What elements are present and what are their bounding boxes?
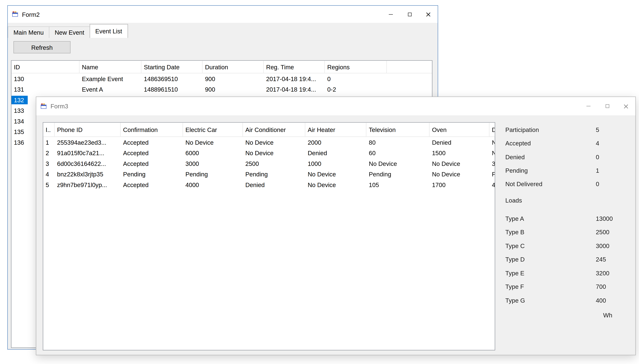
cell-index: 2 — [43, 148, 54, 158]
cell-air-conditioner: Pending — [243, 169, 305, 179]
column-header-filler — [387, 61, 432, 73]
cell-starting-date: 1486369510 — [142, 73, 202, 84]
load-value: 3200 — [596, 270, 610, 277]
selected-row-highlight: 132 — [12, 96, 28, 104]
form2-titlebar[interactable]: Form2 × — [8, 6, 438, 23]
column-header-regions[interactable]: Regions — [325, 61, 387, 73]
load-label: Type E — [505, 270, 524, 277]
stat-value: 0 — [596, 154, 599, 160]
column-header-television[interactable]: Television — [366, 122, 430, 136]
stat-value: 5 — [596, 126, 599, 133]
event-list-header: ID Name Starting Date Duration Reg. Time… — [12, 61, 432, 73]
column-header-starting-date[interactable]: Starting Date — [142, 61, 202, 73]
device-row-1[interactable]: 1 255394ae23ed3... Accepted No Device No… — [43, 137, 495, 148]
cell-confirmation: Accepted — [120, 148, 183, 158]
cell-television: No Device — [366, 158, 430, 169]
tab-new-event[interactable]: New Event — [49, 26, 90, 38]
cell-oven: 1500 — [430, 148, 490, 158]
cell-electric-car: 6000 — [183, 148, 243, 158]
load-type-c: Type C3000 — [505, 242, 639, 249]
cell-television: 80 — [366, 137, 430, 148]
form3-close-button[interactable]: × — [616, 97, 635, 115]
cell-phone-id: z9hn7be971l0yp... — [54, 179, 120, 190]
stat-accepted: Accepted4 — [505, 140, 639, 147]
stat-label: Accepted — [505, 140, 531, 147]
column-header-reg-time[interactable]: Reg. Time — [264, 61, 325, 73]
column-header-confirmation[interactable]: Confirmation — [120, 122, 183, 136]
cell-oven: Denied — [430, 137, 490, 148]
cell-clipped: 4 — [490, 179, 495, 190]
form2-minimize-button[interactable] — [382, 6, 400, 23]
cell-electric-car: No Device — [183, 137, 243, 148]
column-header-name[interactable]: Name — [80, 61, 142, 73]
device-row-5[interactable]: 5 z9hn7be971l0yp... Accepted 4000 Denied… — [43, 179, 495, 190]
cell-electric-car: 3000 — [183, 158, 243, 169]
cell-regions: 0 — [325, 73, 387, 84]
form3-titlebar[interactable]: Form3 × — [36, 97, 635, 115]
cell-air-heater: Denied — [305, 148, 366, 158]
load-label: Type A — [505, 215, 524, 222]
column-header-electric-car[interactable]: Electric Car — [183, 122, 243, 136]
cell-electric-car: 4000 — [183, 179, 243, 190]
form3-minimize-button[interactable] — [579, 97, 598, 115]
maximize-icon — [606, 104, 609, 108]
column-header-id[interactable]: ID — [12, 61, 80, 73]
column-header-clipped[interactable]: D — [490, 122, 495, 136]
cell-air-heater: No Device — [305, 179, 366, 190]
form2-title: Form2 — [22, 11, 40, 18]
cell-phone-id: 6d00c36164622... — [54, 158, 120, 169]
cell-television: 105 — [366, 179, 430, 190]
tab-main-menu[interactable]: Main Menu — [8, 26, 50, 38]
cell-air-conditioner: No Device — [243, 137, 305, 148]
stat-label: Not Delivered — [505, 180, 542, 188]
load-type-e: Type E3200 — [505, 270, 639, 277]
minimize-icon — [389, 14, 393, 14]
device-row-2[interactable]: 2 91a015f0c7a21... Accepted 6000 No Devi… — [43, 148, 495, 158]
cell-confirmation: Accepted — [120, 158, 183, 169]
stat-not-delivered: Not Delivered0 — [505, 180, 639, 188]
column-header-index[interactable]: I.. — [43, 122, 54, 136]
form2-caption-buttons: × — [382, 6, 438, 23]
form-app-icon — [40, 103, 47, 109]
load-label: Type B — [505, 228, 524, 236]
cell-confirmation: Accepted — [120, 179, 183, 190]
close-icon: × — [623, 102, 629, 110]
tab-event-list[interactable]: Event List — [90, 24, 128, 38]
loads-heading: Loads — [505, 197, 522, 204]
cell-index: 5 — [43, 179, 54, 190]
event-row-130[interactable]: 130 Example Event 1486369510 900 2017-04… — [12, 73, 432, 84]
column-header-phone-id[interactable]: Phone ID — [54, 122, 120, 136]
stat-label: Pending — [505, 167, 528, 174]
load-value: 700 — [596, 283, 606, 290]
minimize-icon — [586, 106, 590, 106]
column-header-oven[interactable]: Oven — [430, 122, 490, 136]
column-header-duration[interactable]: Duration — [202, 61, 264, 73]
form3-title: Form3 — [50, 103, 68, 110]
cell-clipped: N — [490, 148, 495, 158]
form3-maximize-button[interactable] — [598, 97, 617, 115]
device-row-3[interactable]: 3 6d00c36164622... Accepted 3000 2500 10… — [43, 158, 495, 169]
event-row-131[interactable]: 131 Event A 1488961510 900 2017-04-18 19… — [12, 84, 432, 94]
cell-regions: 0-2 — [325, 84, 387, 94]
form2-close-button[interactable]: × — [419, 6, 438, 23]
refresh-button[interactable]: Refresh — [14, 41, 70, 53]
load-value: 245 — [596, 256, 606, 263]
cell-confirmation: Pending — [120, 169, 183, 179]
form3-window: Form3 × I.. Phone ID Confirmation Electr… — [36, 96, 636, 355]
cell-air-heater: 2000 — [305, 137, 366, 148]
column-header-air-conditioner[interactable]: Air Conditioner — [243, 122, 305, 136]
cell-name: Event A — [80, 84, 142, 94]
device-row-4[interactable]: 4 bnz22k8xl3rjtp35 Pending Pending Pendi… — [43, 169, 495, 179]
load-type-b: Type B2500 — [505, 228, 639, 236]
cell-clipped: F — [490, 169, 495, 179]
load-value: 3000 — [596, 242, 610, 249]
screen: Form2 × Main Menu New Event Event List R… — [0, 0, 639, 364]
load-value: 2500 — [596, 228, 610, 236]
cell-oven: No Device — [430, 169, 490, 179]
form2-maximize-button[interactable] — [400, 6, 419, 23]
column-header-air-heater[interactable]: Air Heater — [305, 122, 366, 136]
unit-label: Wh — [603, 312, 612, 319]
cell-starting-date: 1488961510 — [142, 84, 202, 94]
cell-air-conditioner: Denied — [243, 179, 305, 190]
cell-air-heater: 1000 — [305, 158, 366, 169]
